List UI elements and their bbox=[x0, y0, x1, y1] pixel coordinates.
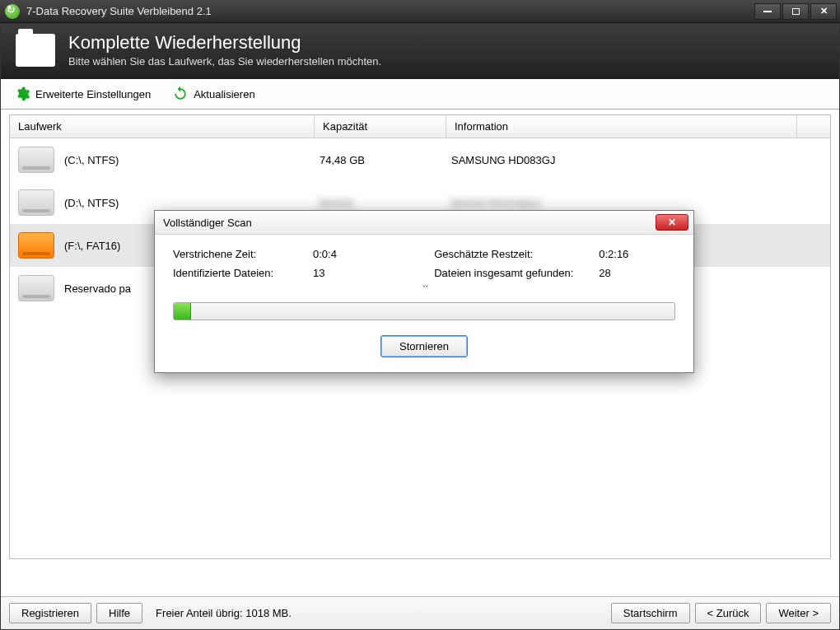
drive-capacity: 74,48 GB bbox=[320, 154, 451, 166]
drive-name: (C:\, NTFS) bbox=[64, 154, 320, 166]
col-drive[interactable]: Laufwerk bbox=[10, 115, 315, 138]
dialog-body: Verstrichene Zeit: 0:0:4 Identifizierte … bbox=[155, 235, 693, 372]
hdd-icon bbox=[18, 189, 54, 216]
dialog-title: Vollständiger Scan bbox=[163, 217, 252, 229]
free-space-text: Freier Anteil übrig: 1018 MB. bbox=[156, 607, 292, 619]
folder-icon bbox=[16, 34, 55, 67]
titlebar: 7-Data Recovery Suite Verbleibend 2.1 ✕ bbox=[0, 0, 840, 23]
progress-fill bbox=[174, 303, 191, 320]
hdd-icon bbox=[18, 275, 54, 301]
total-found-value: 28 bbox=[599, 267, 610, 279]
app-icon bbox=[5, 4, 20, 19]
progress-bar bbox=[173, 302, 675, 320]
hdd-icon bbox=[18, 232, 54, 259]
elapsed-time-value: 0:0:4 bbox=[313, 248, 337, 260]
advanced-settings-button[interactable]: Erweiterte Einstellungen bbox=[14, 86, 151, 102]
next-button[interactable]: Weiter > bbox=[766, 603, 831, 623]
drive-info: SAMSUNG HD083GJ bbox=[451, 154, 822, 166]
hdd-icon bbox=[18, 147, 54, 173]
app-frame: Komplette Wiederherstellung Bitte wählen… bbox=[0, 23, 840, 630]
scan-dialog: Vollständiger Scan ✕ Verstrichene Zeit: … bbox=[154, 210, 694, 373]
maximize-button[interactable] bbox=[782, 3, 809, 20]
col-capacity[interactable]: Kapazität bbox=[315, 115, 446, 138]
col-end bbox=[797, 115, 830, 138]
remaining-time-value: 0:2:16 bbox=[599, 248, 628, 260]
drive-name: (D:\, NTFS) bbox=[64, 197, 320, 209]
remaining-time-label: Geschätzte Restzeit: bbox=[434, 248, 599, 260]
gear-icon bbox=[14, 86, 30, 102]
cancel-button[interactable]: Stornieren bbox=[380, 335, 468, 357]
page-subtitle: Bitte wählen Sie das Laufwerk, das Sie w… bbox=[68, 55, 381, 68]
total-found-label: Dateien insgesamt gefunden: bbox=[434, 267, 599, 279]
drive-info: blurred information bbox=[451, 197, 822, 209]
register-button[interactable]: Registrieren bbox=[9, 603, 91, 623]
refresh-button[interactable]: Aktualisieren bbox=[172, 86, 254, 102]
close-button[interactable]: ✕ bbox=[810, 3, 837, 20]
page-title: Komplette Wiederherstellung bbox=[68, 32, 381, 54]
home-button[interactable]: Startschirm bbox=[611, 603, 690, 623]
identified-files-label: Identifizierte Dateien: bbox=[173, 267, 313, 279]
elapsed-time-label: Verstrichene Zeit: bbox=[173, 248, 313, 260]
dialog-titlebar: Vollständiger Scan ✕ bbox=[155, 211, 693, 235]
drive-row-c[interactable]: (C:\, NTFS) 74,48 GB SAMSUNG HD083GJ bbox=[10, 138, 830, 181]
col-information[interactable]: Information bbox=[446, 115, 797, 138]
drive-capacity: blurred bbox=[320, 197, 451, 209]
expand-chevron-icon[interactable]: ˅˅ bbox=[173, 284, 675, 296]
footer: Registrieren Hilfe Freier Anteil übrig: … bbox=[1, 596, 839, 629]
toolbar: Erweiterte Einstellungen Aktualisieren bbox=[1, 79, 839, 110]
window-title: 7-Data Recovery Suite Verbleibend 2.1 bbox=[26, 5, 212, 17]
advanced-settings-label: Erweiterte Einstellungen bbox=[35, 88, 151, 100]
page-header: Komplette Wiederherstellung Bitte wählen… bbox=[1, 24, 839, 79]
refresh-icon bbox=[172, 86, 189, 102]
identified-files-value: 13 bbox=[313, 267, 324, 279]
list-header: Laufwerk Kapazität Information bbox=[10, 115, 830, 138]
dialog-close-button[interactable]: ✕ bbox=[656, 214, 688, 231]
minimize-button[interactable] bbox=[754, 3, 781, 20]
help-button[interactable]: Hilfe bbox=[96, 603, 142, 623]
back-button[interactable]: < Zurück bbox=[695, 603, 762, 623]
refresh-label: Aktualisieren bbox=[194, 88, 254, 100]
